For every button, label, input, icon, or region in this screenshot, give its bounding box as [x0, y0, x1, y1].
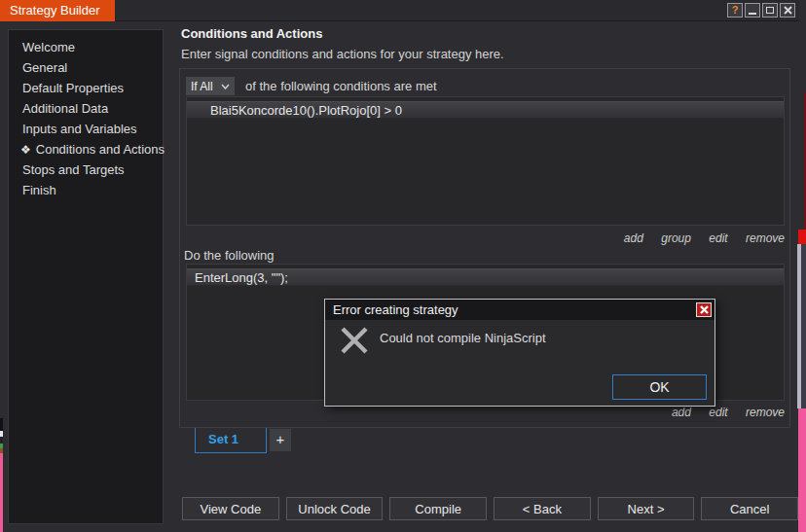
plus-icon: +	[276, 431, 285, 447]
background-window-sliver	[798, 408, 806, 532]
background-window-sliver	[798, 230, 806, 244]
close-icon	[784, 6, 792, 15]
tab-set-1[interactable]: Set 1	[195, 428, 267, 453]
conditions-add-link[interactable]: add	[624, 231, 643, 245]
dropdown-value: If All	[191, 80, 213, 93]
compile-button[interactable]: Compile	[389, 497, 487, 520]
view-code-button[interactable]: View Code	[182, 497, 279, 520]
conditions-edit-link[interactable]: edit	[709, 231, 727, 245]
window-controls: ?	[727, 3, 795, 18]
minimize-button[interactable]	[745, 3, 760, 18]
window-titlebar[interactable]: Strategy Builder ?	[0, 0, 799, 21]
actions-add-link[interactable]: add	[672, 406, 691, 419]
ok-button[interactable]: OK	[612, 374, 707, 400]
actions-links: add edit remove	[186, 406, 785, 419]
minimize-icon	[749, 13, 756, 15]
actions-remove-link[interactable]: remove	[746, 406, 785, 419]
footer-buttons: View Code Unlock Code Compile < Back Nex…	[182, 497, 798, 520]
unlock-code-button[interactable]: Unlock Code	[286, 497, 384, 520]
close-button[interactable]	[780, 3, 795, 18]
add-set-tab-button[interactable]: +	[270, 429, 291, 451]
error-message: Could not compile NinjaScript	[380, 331, 546, 345]
chevron-down-icon	[221, 84, 230, 89]
sidebar-item-general[interactable]: General	[9, 57, 163, 78]
actions-label: Do the following	[184, 248, 275, 263]
conditions-remove-link[interactable]: remove	[746, 231, 785, 245]
page-title: Conditions and Actions	[181, 26, 322, 41]
sidebar-item-inputs-and-variables[interactable]: Inputs and Variables	[9, 119, 163, 139]
maximize-icon	[766, 7, 774, 14]
error-dialog-close-button[interactable]	[696, 302, 712, 317]
action-row[interactable]: EnterLong(3, "");	[187, 268, 784, 286]
sidebar-item-welcome[interactable]: Welcome	[9, 37, 163, 57]
next-button[interactable]: Next >	[598, 497, 695, 520]
background-window-sliver	[0, 418, 3, 431]
sidebar-item-stops-and-targets[interactable]: Stops and Targets	[9, 160, 163, 180]
current-step-icon: ❖	[20, 140, 31, 160]
help-button[interactable]: ?	[727, 3, 743, 18]
background-window-sliver	[0, 453, 3, 532]
sidebar-item-additional-data[interactable]: Additional Data	[9, 98, 163, 119]
condition-operator-row: If All of the following conditions are m…	[186, 77, 437, 95]
wizard-steps-sidebar: Welcome General Default Properties Addit…	[8, 29, 164, 524]
back-button[interactable]: < Back	[494, 497, 591, 520]
condition-operator-dropdown[interactable]: If All	[186, 77, 235, 95]
actions-edit-link[interactable]: edit	[709, 406, 727, 419]
condition-row[interactable]: Blai5Koncorde10().PlotRojo[0] > 0	[187, 101, 784, 119]
cancel-button[interactable]: Cancel	[701, 497, 798, 520]
background-window-sliver	[801, 244, 806, 408]
sidebar-item-conditions-and-actions[interactable]: ❖Conditions and Actions	[9, 139, 163, 160]
error-dialog: Error creating strategy Could not compil…	[324, 299, 715, 407]
error-x-icon	[339, 325, 370, 356]
sidebar-item-finish[interactable]: Finish	[9, 180, 163, 200]
question-icon: ?	[732, 5, 739, 16]
conditions-group-link[interactable]: group	[661, 231, 691, 245]
maximize-button[interactable]	[762, 3, 778, 18]
error-dialog-titlebar[interactable]: Error creating strategy	[325, 300, 714, 320]
background-window-sliver	[0, 437, 3, 443]
conditions-list[interactable]: Blai5Koncorde10().PlotRojo[0] > 0	[186, 96, 785, 226]
close-icon	[700, 305, 709, 314]
window-title: Strategy Builder	[0, 0, 115, 21]
conditions-links: add group edit remove	[186, 231, 785, 245]
sidebar-item-default-properties[interactable]: Default Properties	[9, 78, 163, 98]
error-dialog-title: Error creating strategy	[333, 302, 458, 317]
page-subtitle: Enter signal conditions and actions for …	[181, 47, 504, 61]
condition-operator-caption: of the following conditions are met	[245, 79, 437, 93]
